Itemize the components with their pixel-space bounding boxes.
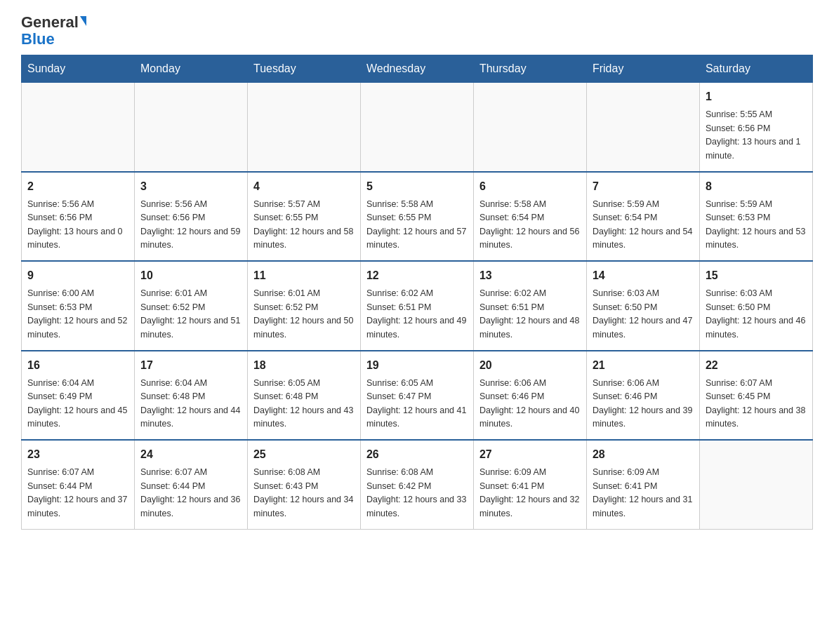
day-info: Sunrise: 6:03 AMSunset: 6:50 PMDaylight:… bbox=[706, 287, 807, 342]
day-info: Sunrise: 6:06 AMSunset: 6:46 PMDaylight:… bbox=[479, 377, 581, 431]
calendar-week-row: 2Sunrise: 5:56 AMSunset: 6:56 PMDaylight… bbox=[22, 172, 813, 262]
calendar-day-cell: 11Sunrise: 6:01 AMSunset: 6:52 PMDayligh… bbox=[247, 261, 360, 351]
calendar-day-cell: 8Sunrise: 5:59 AMSunset: 6:53 PMDaylight… bbox=[699, 172, 812, 262]
day-info: Sunrise: 5:59 AMSunset: 6:53 PMDaylight:… bbox=[706, 198, 807, 253]
day-number: 19 bbox=[366, 357, 468, 374]
calendar-day-cell bbox=[134, 83, 247, 172]
calendar-day-cell: 1Sunrise: 5:55 AMSunset: 6:56 PMDaylight… bbox=[699, 83, 812, 172]
logo-triangle-icon bbox=[80, 16, 86, 26]
calendar-day-cell bbox=[247, 83, 360, 172]
calendar-day-cell bbox=[22, 83, 135, 172]
weekday-header-saturday: Saturday bbox=[699, 55, 812, 83]
calendar-day-cell: 19Sunrise: 6:05 AMSunset: 6:47 PMDayligh… bbox=[360, 351, 473, 441]
calendar-day-cell bbox=[699, 440, 812, 529]
page-header: GeneralBlue bbox=[21, 14, 813, 48]
weekday-header-sunday: Sunday bbox=[22, 55, 135, 83]
day-number: 22 bbox=[706, 357, 807, 374]
day-number: 10 bbox=[140, 267, 241, 284]
day-info: Sunrise: 5:56 AMSunset: 6:56 PMDaylight:… bbox=[27, 198, 128, 253]
day-info: Sunrise: 6:07 AMSunset: 6:44 PMDaylight:… bbox=[140, 466, 241, 521]
calendar-day-cell: 18Sunrise: 6:05 AMSunset: 6:48 PMDayligh… bbox=[247, 351, 360, 441]
day-number: 26 bbox=[366, 446, 468, 463]
day-info: Sunrise: 6:03 AMSunset: 6:50 PMDaylight:… bbox=[593, 287, 694, 342]
calendar-day-cell: 9Sunrise: 6:00 AMSunset: 6:53 PMDaylight… bbox=[22, 261, 135, 351]
calendar-day-cell: 24Sunrise: 6:07 AMSunset: 6:44 PMDayligh… bbox=[134, 440, 247, 529]
day-info: Sunrise: 6:09 AMSunset: 6:41 PMDaylight:… bbox=[593, 466, 694, 521]
logo: GeneralBlue bbox=[21, 14, 86, 48]
day-info: Sunrise: 6:01 AMSunset: 6:52 PMDaylight:… bbox=[253, 287, 355, 342]
day-number: 21 bbox=[593, 357, 694, 374]
day-info: Sunrise: 6:01 AMSunset: 6:52 PMDaylight:… bbox=[140, 287, 241, 342]
calendar-day-cell: 20Sunrise: 6:06 AMSunset: 6:46 PMDayligh… bbox=[473, 351, 586, 441]
day-number: 2 bbox=[27, 178, 128, 195]
day-number: 28 bbox=[593, 446, 694, 463]
calendar-day-cell: 7Sunrise: 5:59 AMSunset: 6:54 PMDaylight… bbox=[586, 172, 699, 262]
day-info: Sunrise: 6:04 AMSunset: 6:48 PMDaylight:… bbox=[140, 377, 241, 431]
calendar-day-cell bbox=[360, 83, 473, 172]
day-number: 25 bbox=[253, 446, 355, 463]
day-info: Sunrise: 5:55 AMSunset: 6:56 PMDaylight:… bbox=[706, 108, 807, 163]
day-number: 12 bbox=[366, 267, 468, 284]
day-number: 16 bbox=[27, 357, 128, 374]
day-info: Sunrise: 5:59 AMSunset: 6:54 PMDaylight:… bbox=[593, 198, 694, 253]
day-info: Sunrise: 6:08 AMSunset: 6:43 PMDaylight:… bbox=[253, 466, 355, 521]
calendar-table: SundayMondayTuesdayWednesdayThursdayFrid… bbox=[21, 55, 813, 530]
day-number: 20 bbox=[479, 357, 581, 374]
weekday-header-monday: Monday bbox=[134, 55, 247, 83]
calendar-week-row: 16Sunrise: 6:04 AMSunset: 6:49 PMDayligh… bbox=[22, 351, 813, 441]
day-info: Sunrise: 5:58 AMSunset: 6:55 PMDaylight:… bbox=[366, 198, 468, 253]
day-info: Sunrise: 5:56 AMSunset: 6:56 PMDaylight:… bbox=[140, 198, 241, 253]
day-info: Sunrise: 6:09 AMSunset: 6:41 PMDaylight:… bbox=[479, 466, 581, 521]
calendar-day-cell: 14Sunrise: 6:03 AMSunset: 6:50 PMDayligh… bbox=[586, 261, 699, 351]
weekday-header-thursday: Thursday bbox=[473, 55, 586, 83]
day-number: 1 bbox=[706, 88, 807, 105]
day-number: 14 bbox=[593, 267, 694, 284]
logo-text: GeneralBlue bbox=[21, 14, 86, 48]
calendar-day-cell: 26Sunrise: 6:08 AMSunset: 6:42 PMDayligh… bbox=[360, 440, 473, 529]
day-number: 4 bbox=[253, 178, 355, 195]
calendar-day-cell: 12Sunrise: 6:02 AMSunset: 6:51 PMDayligh… bbox=[360, 261, 473, 351]
day-number: 7 bbox=[593, 178, 694, 195]
calendar-day-cell: 13Sunrise: 6:02 AMSunset: 6:51 PMDayligh… bbox=[473, 261, 586, 351]
weekday-header-tuesday: Tuesday bbox=[247, 55, 360, 83]
day-number: 24 bbox=[140, 446, 241, 463]
day-info: Sunrise: 5:58 AMSunset: 6:54 PMDaylight:… bbox=[479, 198, 581, 253]
calendar-day-cell: 25Sunrise: 6:08 AMSunset: 6:43 PMDayligh… bbox=[247, 440, 360, 529]
day-info: Sunrise: 6:06 AMSunset: 6:46 PMDaylight:… bbox=[593, 377, 694, 431]
calendar-day-cell: 16Sunrise: 6:04 AMSunset: 6:49 PMDayligh… bbox=[22, 351, 135, 441]
day-number: 11 bbox=[253, 267, 355, 284]
calendar-day-cell: 6Sunrise: 5:58 AMSunset: 6:54 PMDaylight… bbox=[473, 172, 586, 262]
calendar-day-cell: 27Sunrise: 6:09 AMSunset: 6:41 PMDayligh… bbox=[473, 440, 586, 529]
calendar-day-cell bbox=[473, 83, 586, 172]
weekday-header-wednesday: Wednesday bbox=[360, 55, 473, 83]
calendar-day-cell: 23Sunrise: 6:07 AMSunset: 6:44 PMDayligh… bbox=[22, 440, 135, 529]
day-info: Sunrise: 6:08 AMSunset: 6:42 PMDaylight:… bbox=[366, 466, 468, 521]
calendar-week-row: 9Sunrise: 6:00 AMSunset: 6:53 PMDaylight… bbox=[22, 261, 813, 351]
day-number: 23 bbox=[27, 446, 128, 463]
calendar-day-cell: 22Sunrise: 6:07 AMSunset: 6:45 PMDayligh… bbox=[699, 351, 812, 441]
day-info: Sunrise: 6:07 AMSunset: 6:44 PMDaylight:… bbox=[27, 466, 128, 521]
day-number: 8 bbox=[706, 178, 807, 195]
calendar-day-cell: 28Sunrise: 6:09 AMSunset: 6:41 PMDayligh… bbox=[586, 440, 699, 529]
day-number: 18 bbox=[253, 357, 355, 374]
day-number: 3 bbox=[140, 178, 241, 195]
day-info: Sunrise: 6:07 AMSunset: 6:45 PMDaylight:… bbox=[706, 377, 807, 431]
weekday-header-friday: Friday bbox=[586, 55, 699, 83]
day-number: 6 bbox=[479, 178, 581, 195]
day-number: 27 bbox=[479, 446, 581, 463]
day-info: Sunrise: 6:05 AMSunset: 6:47 PMDaylight:… bbox=[366, 377, 468, 431]
day-number: 15 bbox=[706, 267, 807, 284]
day-number: 17 bbox=[140, 357, 241, 374]
calendar-day-cell: 4Sunrise: 5:57 AMSunset: 6:55 PMDaylight… bbox=[247, 172, 360, 262]
calendar-day-cell: 2Sunrise: 5:56 AMSunset: 6:56 PMDaylight… bbox=[22, 172, 135, 262]
calendar-week-row: 23Sunrise: 6:07 AMSunset: 6:44 PMDayligh… bbox=[22, 440, 813, 529]
day-info: Sunrise: 6:02 AMSunset: 6:51 PMDaylight:… bbox=[366, 287, 468, 342]
calendar-day-cell: 17Sunrise: 6:04 AMSunset: 6:48 PMDayligh… bbox=[134, 351, 247, 441]
calendar-day-cell bbox=[586, 83, 699, 172]
calendar-day-cell: 3Sunrise: 5:56 AMSunset: 6:56 PMDaylight… bbox=[134, 172, 247, 262]
day-info: Sunrise: 6:04 AMSunset: 6:49 PMDaylight:… bbox=[27, 377, 128, 431]
calendar-week-row: 1Sunrise: 5:55 AMSunset: 6:56 PMDaylight… bbox=[22, 83, 813, 172]
day-info: Sunrise: 6:02 AMSunset: 6:51 PMDaylight:… bbox=[479, 287, 581, 342]
day-info: Sunrise: 6:00 AMSunset: 6:53 PMDaylight:… bbox=[27, 287, 128, 342]
weekday-header-row: SundayMondayTuesdayWednesdayThursdayFrid… bbox=[22, 55, 813, 83]
